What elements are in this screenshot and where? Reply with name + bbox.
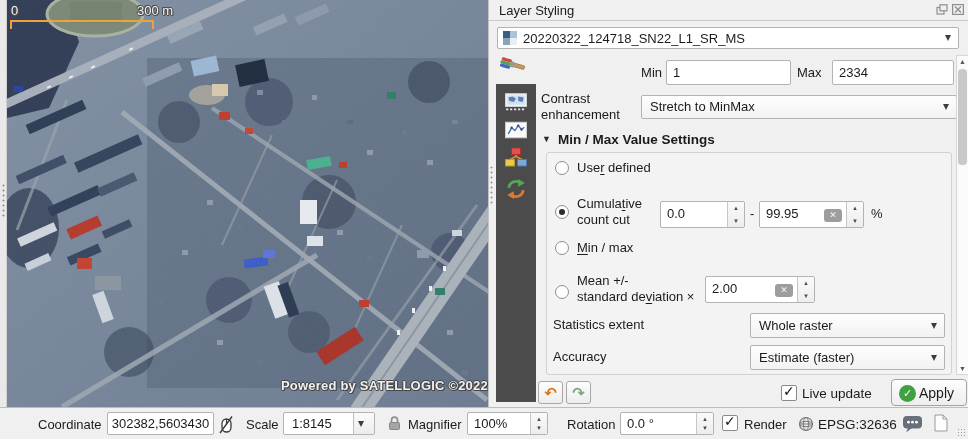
cumulative-count-cut-label: Cumulative count cut [577,196,642,228]
scale-dropdown-button[interactable]: ▾ [353,413,374,434]
contrast-label-line2: enhancement [541,107,620,122]
min-max-label: Min / max [577,240,633,255]
apply-button[interactable]: ✓ Apply [891,379,967,406]
crs-globe-icon[interactable] [798,416,814,432]
redo-button[interactable]: ↷ [566,381,591,404]
scroll-up-icon[interactable]: ▲ [957,58,968,65]
accuracy-value: Estimate (faster) [759,350,854,365]
spin-down-icon: ▼ [728,218,744,224]
scale-combobox[interactable]: 1:8145 ▾ [283,412,375,435]
statistics-extent-select[interactable]: Whole raster ▾ [750,313,945,338]
scale-value: 1:8145 [292,416,332,431]
cumulative-max-input[interactable] [766,206,812,221]
float-panel-icon[interactable] [936,4,948,15]
cumulative-min-spinbox[interactable]: ▲▼ [660,201,745,228]
spin-up-icon: ▲ [847,205,863,211]
render-label: Render [744,417,787,432]
radio-user-defined[interactable] [555,161,569,175]
apply-check-icon: ✓ [899,385,916,402]
spin-up-icon: ▲ [728,205,744,211]
tab-symbology-paintbrush-icon[interactable] [498,56,526,80]
scalebar-line [10,20,154,29]
layer-styling-panel: Layer Styling 20220322_124718_SN22_L1_SR… [488,0,968,407]
raster-layer-icon [503,31,517,45]
contrast-label-line1: Contrast [541,91,590,106]
satellogic-watermark: Powered by SATELLOGIC ©2022 [281,378,488,393]
mouse-position-toggle-icon[interactable] [219,415,234,435]
spin-up-icon: ▲ [531,416,547,422]
stddev-multiplier-input[interactable] [712,281,761,296]
live-update-label: Live update [802,386,872,401]
cumulative-max-spinbox[interactable]: ✕ ▲▼ [759,201,864,228]
mean-stddev-label: Mean +/- standard deviation × [577,273,694,305]
chevron-down-icon: ▾ [931,318,937,332]
rotation-spinbox[interactable]: ▲▼ [620,412,714,435]
layer-selector[interactable]: 20220322_124718_SN22_L1_SR_MS ▾ [497,27,959,49]
statistics-extent-value: Whole raster [759,318,833,333]
panel-splitter-grip[interactable] [490,165,493,205]
spinner-buttons[interactable]: ▲▼ [530,413,547,434]
rotation-input[interactable] [627,416,678,431]
clear-value-icon[interactable]: ✕ [775,284,793,297]
chevron-down-icon: ▾ [945,30,951,44]
tab-hierarchy-icon[interactable] [505,146,527,168]
log-document-icon[interactable] [934,414,948,432]
redo-icon: ↷ [572,384,585,401]
magnifier-spinbox[interactable]: ▲▼ [467,412,548,435]
collapse-triangle-icon[interactable]: ▼ [542,134,551,144]
qgis-window: 0 300 m Powered by SATELLOGIC ©2022 Laye… [0,0,968,439]
radio-min-max[interactable] [555,241,569,255]
magnifier-input[interactable] [474,416,517,431]
radio-cumulative-count-cut[interactable] [555,205,569,219]
spin-up-icon: ▲ [697,416,713,422]
minmax-settings-group: User defined Cumulative count cut ▲▼ - ✕… [546,152,952,375]
live-update-checkbox[interactable]: ✓ [781,385,797,401]
scalebar-zero-label: 0 [11,3,18,18]
spinner-buttons[interactable]: ▲▼ [727,202,744,227]
checkmark-icon: ✓ [783,383,795,399]
render-checkbox[interactable]: ✓ [722,415,738,431]
close-panel-icon[interactable] [952,4,964,15]
cumulative-min-input[interactable] [667,206,713,221]
coordinate-input[interactable] [107,412,214,435]
panel-scrollbar[interactable]: ▲ ▼ [956,55,968,375]
clear-value-icon[interactable]: ✕ [824,209,842,222]
apply-button-label: Apply [919,385,954,401]
panel-header: Layer Styling [489,0,968,21]
checkmark-icon: ✓ [724,413,736,429]
messages-icon[interactable] [902,414,923,433]
rotation-label: Rotation [567,417,615,432]
resize-grip[interactable] [957,428,966,437]
left-dock-splitter[interactable] [0,0,7,407]
min-input[interactable] [666,60,791,85]
statistics-extent-label: Statistics extent [553,317,644,332]
stddev-multiplier-spinbox[interactable]: ✕ ▲▼ [705,276,815,303]
spinner-buttons[interactable]: ▲▼ [696,413,713,434]
contrast-enhancement-label: Contrast enhancement [541,91,641,123]
tab-transparency-icon[interactable] [505,92,527,112]
range-dash: - [750,206,754,221]
accuracy-select[interactable]: Estimate (faster) ▾ [750,345,945,370]
accuracy-label: Accuracy [553,349,606,364]
spinner-buttons[interactable]: ▲▼ [797,277,814,302]
layer-name: 20220322_124718_SN22_L1_SR_MS [523,31,745,46]
status-bar: Coordinate Scale 1:8145 ▾ Magnifier ▲▼ R… [0,407,968,439]
lock-scale-icon[interactable] [388,415,401,431]
radio-mean-stddev[interactable] [555,285,569,299]
epsg-label[interactable]: EPSG:32636 [818,417,897,432]
spin-down-icon: ▼ [697,425,713,431]
min-label: Min [629,65,662,80]
tab-histogram-icon[interactable] [505,120,527,140]
undo-button[interactable]: ↶ [538,381,563,404]
magnifier-label: Magnifier [408,417,461,432]
max-input[interactable] [832,60,954,85]
scrollbar-thumb[interactable] [958,69,967,165]
map-canvas[interactable]: 0 300 m Powered by SATELLOGIC ©2022 [7,0,488,407]
contrast-enhancement-select[interactable]: Stretch to MinMax ▾ [641,95,957,119]
spin-up-icon: ▲ [798,280,814,286]
spinner-buttons[interactable]: ▲▼ [846,202,863,227]
tab-history-icon[interactable] [505,178,527,200]
scalebar-distance-label: 300 m [137,3,173,18]
styling-tab-bar [496,84,536,402]
scroll-down-icon[interactable]: ▼ [957,365,968,372]
